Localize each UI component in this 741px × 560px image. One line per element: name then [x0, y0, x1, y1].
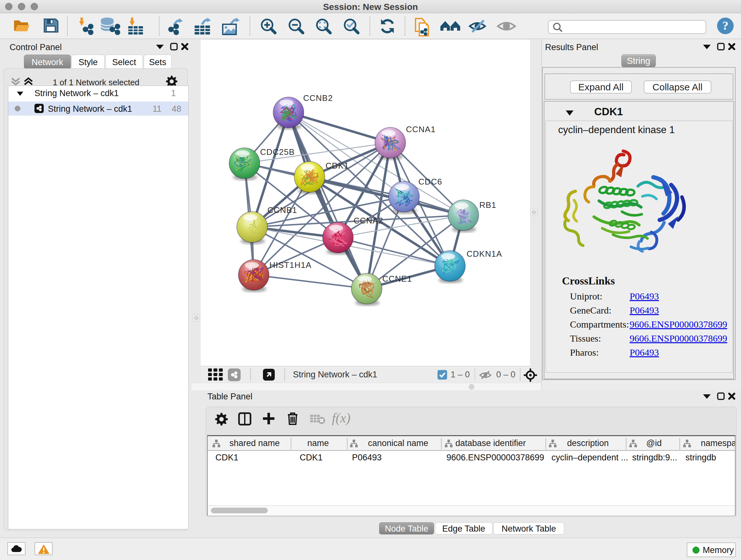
- svg-text:?: ?: [723, 19, 729, 32]
